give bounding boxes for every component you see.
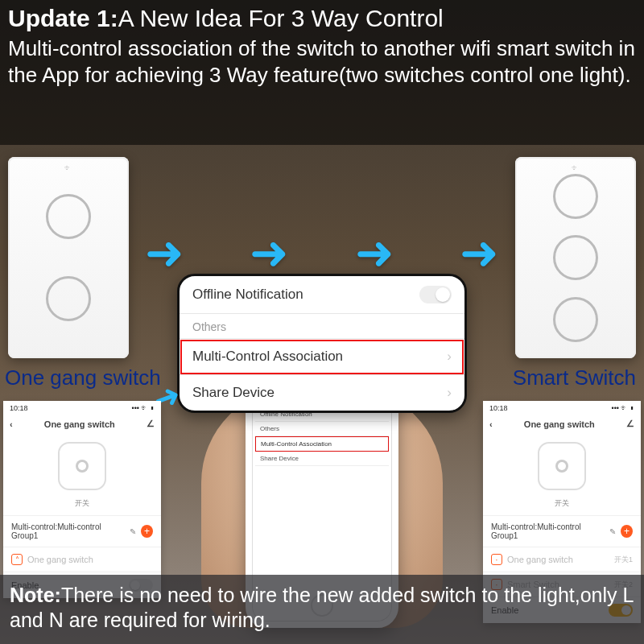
smart-switch-panel: ᯤ: [515, 157, 636, 358]
title-prefix: Update 1:: [8, 5, 118, 31]
chevron-right-icon: ›: [447, 385, 452, 401]
edit-icon[interactable]: ∠: [147, 419, 155, 429]
footer-note: Note:There is no need to wire the new ad…: [0, 575, 644, 645]
arrow-right-icon: ➜: [355, 225, 394, 280]
pencil-icon[interactable]: ✎: [130, 527, 136, 536]
device-button[interactable]: [538, 442, 586, 490]
header: Update 1:A New Idea For 3 Way Control Mu…: [8, 5, 636, 88]
phone-status-bar: 10:18 ••• ᯤ ▮: [3, 401, 161, 415]
phone-share-row[interactable]: Share Device: [255, 452, 389, 466]
offline-notification-row[interactable]: Offline Notification: [180, 276, 464, 314]
device-row-1-label: One gang switch: [507, 555, 573, 564]
app-title: One gang switch: [524, 419, 595, 429]
offline-toggle[interactable]: [419, 286, 452, 303]
wifi-icon: ᯤ: [64, 163, 72, 172]
device-row-1[interactable]: · One gang switch 开关1: [483, 547, 641, 572]
expand-icon[interactable]: ˄: [11, 554, 23, 565]
status-icons: ••• ᯤ ▮: [132, 404, 155, 412]
offline-notification-label: Offline Notification: [192, 287, 303, 303]
phone-others-section: Others: [255, 422, 389, 436]
device-hero: [483, 437, 641, 498]
mc-label: Multi-control:Multi-control Group1: [491, 522, 605, 540]
note-prefix: Note:: [10, 584, 61, 606]
phone-multi-control-row[interactable]: Multi-Control Association: [255, 436, 389, 452]
phone-status-bar: 10:18 ••• ᯤ ▮: [483, 401, 641, 415]
box-icon[interactable]: ·: [491, 554, 502, 565]
share-device-row[interactable]: Share Device ›: [180, 375, 464, 411]
phone-screen: alexa Google Assistant IFTTT Tmall Genie…: [255, 386, 389, 589]
share-device-label: Share Device: [192, 385, 275, 401]
smart-switch-label: Smart Switch: [513, 365, 636, 390]
mc-label: Multi-control:Multi-control Group1: [11, 522, 125, 540]
status-icons: ••• ᯤ ▮: [612, 404, 634, 412]
title: Update 1:A New Idea For 3 Way Control: [8, 5, 636, 32]
device-hero-label: 开关: [483, 498, 641, 515]
app-nav: ‹ One gang switch ∠: [3, 415, 161, 437]
popup-pointer-icon: [304, 411, 340, 413]
multi-control-label: Multi-Control Association: [192, 349, 343, 365]
note-text: There is no need to wire the new added s…: [10, 584, 634, 631]
arrow-right-icon: ➜: [145, 225, 184, 280]
device-button[interactable]: [58, 442, 106, 490]
arrow-right-icon: ➜: [250, 225, 289, 280]
multi-control-group-row[interactable]: Multi-control:Multi-control Group1 ✎ +: [3, 515, 161, 547]
wifi-icon: ᯤ: [572, 163, 580, 172]
status-time: 10:18: [489, 404, 508, 412]
others-section-label: Others: [180, 314, 464, 339]
app-screenshot-left: 10:18 ••• ᯤ ▮ ‹ One gang switch ∠ 开关 Mul…: [3, 401, 161, 598]
multi-control-association-row[interactable]: Multi-Control Association ›: [180, 339, 464, 375]
switch-button-2[interactable]: [46, 276, 91, 321]
device-row-1-label: One gang switch: [27, 555, 93, 564]
back-icon[interactable]: ‹: [10, 419, 13, 429]
flow-arrows: ➜ ➜ ➜ ➜: [145, 225, 499, 280]
multi-control-group-row[interactable]: Multi-control:Multi-control Group1 ✎ +: [483, 515, 641, 547]
add-button[interactable]: +: [621, 525, 633, 538]
add-button[interactable]: +: [141, 525, 153, 538]
edit-icon[interactable]: ∠: [626, 419, 634, 429]
subtitle: Multi-control association of the switch …: [8, 35, 636, 88]
switch-button-1[interactable]: [46, 194, 91, 239]
switch-button-3[interactable]: [553, 297, 598, 342]
device-row-1-suffix: 开关1: [614, 555, 633, 565]
back-icon[interactable]: ‹: [489, 419, 493, 429]
device-hero-label: 开关: [3, 498, 161, 515]
app-nav: ‹ One gang switch ∠: [483, 415, 641, 437]
settings-popup: Offline Notification Others Multi-Contro…: [177, 274, 467, 413]
device-hero: [3, 437, 161, 498]
one-gang-switch-panel: ᯤ: [8, 157, 129, 358]
arrow-right-icon: ➜: [460, 225, 499, 280]
switch-button-2[interactable]: [553, 235, 598, 280]
pencil-icon[interactable]: ✎: [609, 527, 616, 536]
title-rest: A New Idea For 3 Way Control: [118, 5, 444, 31]
switch-button-1[interactable]: [553, 174, 598, 219]
chevron-right-icon: ›: [447, 349, 452, 365]
device-row-1[interactable]: ˄ One gang switch: [3, 547, 161, 572]
status-time: 10:18: [10, 404, 28, 412]
app-title: One gang switch: [44, 419, 115, 429]
one-gang-switch-label: One gang switch: [5, 365, 161, 390]
